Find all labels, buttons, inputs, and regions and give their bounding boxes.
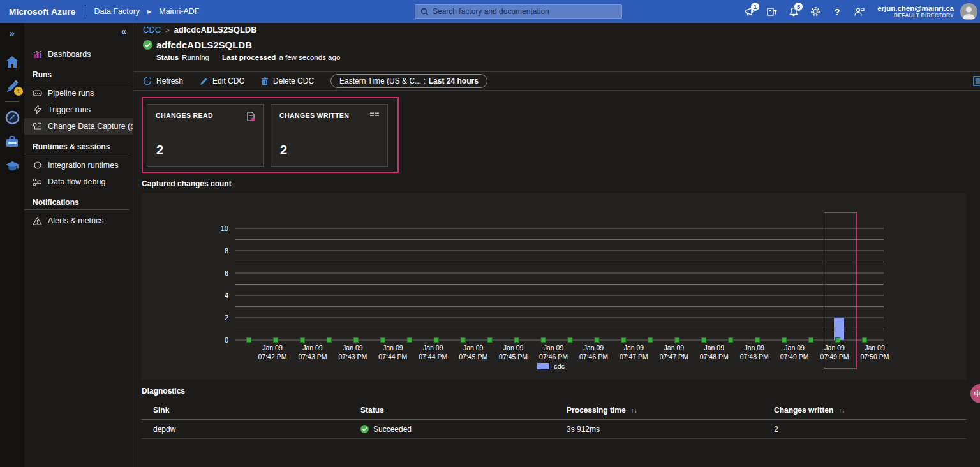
svg-text:Jan 0907:48 PM: Jan 0907:48 PM — [740, 344, 769, 360]
processing-time-cell: 3s 912ms — [567, 425, 774, 434]
sidebar-item-label: Alerts & metrics — [48, 216, 104, 225]
breadcrumb-separator: > — [165, 26, 169, 34]
user-email: erjun.chen@mainri.ca — [877, 4, 954, 13]
sidebar-item-label: Integration runtimes — [48, 161, 118, 170]
sidebar-item-label: Pipeline runs — [48, 89, 94, 98]
sink-cell: depdw — [153, 425, 360, 434]
activity-log-icon[interactable] — [973, 76, 980, 86]
svg-text:Jan 0907:45 PM: Jan 0907:45 PM — [499, 344, 528, 360]
home-icon[interactable] — [0, 50, 24, 74]
svg-text:Jan 0907:43 PM: Jan 0907:43 PM — [298, 344, 327, 360]
sidebar-item-change-data-capture[interactable]: Change Data Capture (previ... — [24, 118, 133, 135]
left-icon-rail: » 1 — [0, 23, 24, 467]
column-changes-written[interactable]: Changes written↑↓ — [774, 406, 966, 415]
alerts-metrics-icon — [33, 216, 42, 226]
column-status: Status — [360, 406, 567, 415]
azure-brand[interactable]: Microsoft Azure — [9, 7, 76, 17]
sidebar-item-integration-runtimes[interactable]: Integration runtimes — [24, 157, 133, 174]
directory-filter-icon[interactable] — [762, 2, 782, 21]
svg-text:4: 4 — [225, 292, 228, 299]
svg-text:Jan 0907:46 PM: Jan 0907:46 PM — [579, 344, 608, 360]
breadcrumb-current: adfcdcADLS2SQLDB — [174, 25, 257, 34]
svg-text:2: 2 — [225, 314, 228, 322]
changes-read-title: CHANGES READ — [156, 112, 213, 119]
divider — [133, 90, 980, 91]
sort-icon[interactable]: ↑↓ — [838, 407, 845, 414]
account-info[interactable]: erjun.chen@mainri.ca DEFAULT DIRECTORY — [877, 4, 954, 19]
delete-trash-icon — [261, 77, 269, 85]
time-range-filter[interactable]: Eastern Time (US & C... : Last 24 hours — [330, 74, 487, 88]
status-line: Status Running Last processed a few seco… — [156, 54, 340, 61]
topbar-divider — [85, 6, 85, 17]
notifications-badge: 5 — [794, 3, 803, 11]
monitor-gauge-icon[interactable] — [0, 105, 24, 130]
succeeded-check-icon — [360, 425, 369, 433]
settings-gear-icon[interactable] — [806, 2, 825, 21]
changes-read-value: 2 — [156, 143, 163, 158]
sidebar-item-pipeline-runs[interactable]: Pipeline runs — [24, 85, 133, 101]
svg-text:Jan 0907:44 PM: Jan 0907:44 PM — [419, 344, 447, 360]
svg-text:Jan 0907:48 PM: Jan 0907:48 PM — [700, 344, 729, 360]
svg-text:Jan 0907:47 PM: Jan 0907:47 PM — [620, 344, 648, 360]
changes-written-value: 2 — [280, 143, 287, 158]
svg-text:10: 10 — [221, 225, 228, 232]
status-label: Status — [156, 54, 179, 61]
feedback-icon[interactable] — [849, 2, 868, 21]
collapse-sidebar-icon[interactable]: « — [121, 26, 126, 36]
expand-sidebar-icon[interactable]: » — [10, 28, 15, 38]
column-sink: Sink — [153, 406, 360, 415]
delete-cdc-button[interactable]: Delete CDC — [261, 77, 314, 85]
breadcrumb: CDC > adfcdcADLS2SQLDB — [143, 25, 257, 34]
sidebar-item-trigger-runs[interactable]: Trigger runs — [24, 101, 133, 118]
sidebar-item-label: Change Data Capture (previ... — [48, 122, 133, 131]
sidebar-section-notifications: Notifications — [24, 190, 129, 210]
notifications-bell-icon[interactable]: 5 — [784, 2, 803, 21]
sidebar-item-label: Dashboards — [48, 50, 91, 59]
svg-text:Jan 0907:42 PM: Jan 0907:42 PM — [258, 344, 287, 360]
changes-written-card[interactable]: CHANGES WRITTEN 2 — [271, 104, 388, 167]
changes-read-icon — [246, 112, 255, 121]
sidebar-item-alerts-metrics[interactable]: Alerts & metrics — [24, 212, 133, 229]
legend-swatch — [537, 363, 549, 369]
changes-read-card[interactable]: CHANGES READ 2 — [147, 104, 264, 167]
sidebar-item-label: Data flow debug — [48, 177, 105, 186]
status-check-icon — [143, 40, 152, 50]
breadcrumb-cdc-link[interactable]: CDC — [143, 25, 161, 34]
whats-new-icon[interactable]: 1 — [741, 2, 760, 21]
topbar-breadcrumb-factory[interactable]: Mainri-ADF — [159, 7, 199, 16]
refresh-button[interactable]: Refresh — [143, 77, 183, 85]
monitor-sidebar: « Dashboards Runs Pipeline runs Trigger … — [24, 23, 133, 467]
column-processing-time[interactable]: Processing time↑↓ — [567, 406, 774, 415]
sidebar-item-data-flow-debug[interactable]: Data flow debug — [24, 174, 133, 190]
learning-cap-icon[interactable] — [0, 154, 24, 178]
svg-text:8: 8 — [225, 247, 228, 255]
chart-legend-cdc[interactable]: cdc — [537, 362, 565, 370]
diagnostics-title: Diagnostics — [142, 387, 185, 396]
manage-toolbox-icon[interactable] — [0, 130, 24, 154]
topbar-breadcrumb-app[interactable]: Data Factory — [94, 7, 140, 16]
diagnostics-table: Sink Status Processing time↑↓ Changes wr… — [142, 401, 966, 439]
svg-text:Jan 0907:49 PM: Jan 0907:49 PM — [820, 344, 849, 360]
captured-changes-chart: 1086420Jan 0907:42 PMJan 0907:43 PMJan 0… — [217, 220, 893, 370]
search-icon — [420, 8, 429, 16]
changes-written-cell: 2 — [774, 425, 966, 434]
cdc-monitor-page: CDC > adfcdcADLS2SQLDB adfcdcADLS2SQLDB … — [133, 23, 980, 467]
page-title: adfcdcADLS2SQLDB — [156, 40, 252, 50]
svg-text:Jan 0907:45 PM: Jan 0907:45 PM — [459, 344, 487, 360]
changes-written-title: CHANGES WRITTEN — [279, 112, 349, 119]
avatar[interactable] — [960, 3, 977, 20]
help-icon[interactable]: ? — [828, 2, 847, 21]
last-processed-value: a few seconds ago — [279, 54, 340, 61]
edit-cdc-button[interactable]: Edit CDC — [200, 77, 244, 85]
diagnostics-row-depdw[interactable]: depdw Succeeded 3s 912ms 2 — [142, 420, 966, 439]
last-processed-label: Last processed — [222, 54, 276, 61]
sort-icon[interactable]: ↑↓ — [631, 407, 637, 414]
author-pencil-icon[interactable]: 1 — [0, 74, 24, 98]
legend-label: cdc — [554, 362, 565, 370]
rail-divider — [5, 101, 19, 102]
svg-text:Jan 0907:44 PM: Jan 0907:44 PM — [378, 344, 407, 360]
svg-text:Jan 0907:49 PM: Jan 0907:49 PM — [780, 344, 809, 360]
status-cell: Succeeded — [360, 425, 567, 434]
sidebar-item-dashboards[interactable]: Dashboards — [24, 46, 133, 63]
search-input[interactable] — [433, 7, 616, 16]
